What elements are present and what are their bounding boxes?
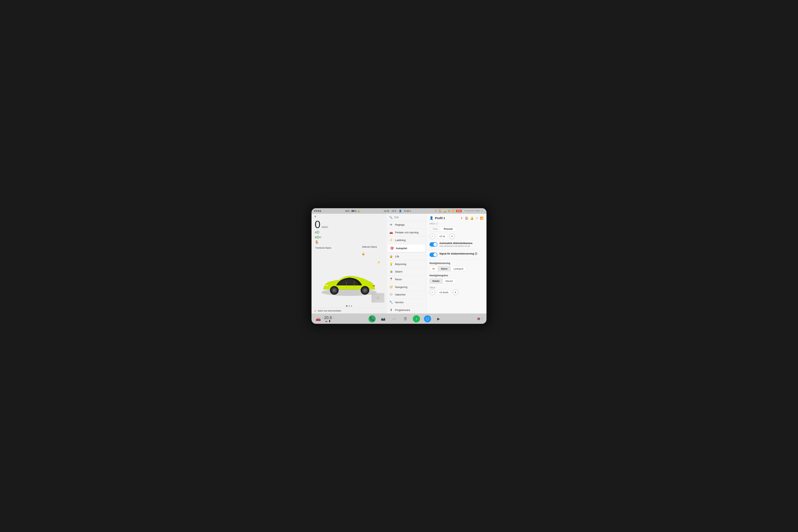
segment-procent-btn[interactable]: Procent: [440, 227, 456, 231]
speed-limit-absolut[interactable]: Absolut: [442, 279, 456, 284]
download-header-icon[interactable]: ⬇: [460, 216, 463, 220]
lock-open-icon: 🔓: [362, 252, 365, 255]
menu-item-resor[interactable]: 📍 Resor: [387, 276, 426, 283]
signal-header-icon[interactable]: 📶: [480, 216, 483, 220]
profile-avatar-icon: 👤: [430, 216, 434, 220]
warning-triangle-icon: ⚠: [314, 309, 317, 312]
search-bar[interactable]: 🔍 Sök: [387, 214, 426, 221]
segment-fast-btn[interactable]: Fast: [430, 227, 440, 231]
menu-item-programvara-label: Programvara: [395, 308, 410, 311]
dot-1[interactable]: [346, 305, 347, 307]
status-right: ⬇ 🏠 🔔 ⬡ 📶 SOS PASSENGER AIRBAG ON: [435, 209, 484, 212]
stepper-value: +0 %: [437, 234, 447, 239]
odometer-display: ‹ 20.5 ›: [322, 316, 334, 320]
menu-item-las[interactable]: 🔒 Lås: [387, 252, 426, 260]
taskbar-left: 🚗 ‹ 20.5 › 🚗 📱: [316, 316, 334, 322]
taskbar-center: 📞 📷 ⋯ ☰ ♪ ⬡ ▶: [368, 315, 442, 322]
status-bar: PRND 66% 🔒 16:36 14°C 👤 Profil 1 ⬇ 🏠 🔔 ⬡: [311, 208, 487, 214]
speed-limit-group: Relativ Absolut: [430, 279, 483, 284]
charge-icon: ⚡: [377, 261, 381, 264]
warning-bar: ⚠ Spänn fast säkerhetsbältet: [311, 308, 387, 314]
battery-icon: [351, 210, 356, 212]
stepper-kmh-minus-btn[interactable]: −: [430, 289, 435, 295]
menu-item-service-label: Service: [395, 301, 403, 304]
offset-section-label: Offset ⓘ: [430, 222, 483, 225]
menu-item-pedaler-label: Pedaler och styrning: [395, 231, 419, 234]
list-taskbar-icon[interactable]: ☰: [402, 315, 409, 322]
media-taskbar-icon[interactable]: ▶: [435, 315, 442, 322]
stepper-kmh-value: +0 km/h: [437, 290, 451, 295]
header-icons: ⬇ 🏠 🔔 ⬡ 📶: [460, 216, 483, 220]
menu-item-sakerhet[interactable]: 🛡 Säkerhet: [387, 291, 426, 299]
menu-item-service[interactable]: 🔧 Service: [387, 299, 426, 306]
dots-taskbar-icon[interactable]: ⋯: [391, 315, 398, 322]
sos-badge[interactable]: SOS: [456, 210, 462, 212]
framlucka-label: Framlucka Öppna: [316, 247, 331, 249]
temperature: 14°C: [392, 210, 396, 212]
speed-warning-av[interactable]: Av: [430, 266, 438, 271]
dot-3[interactable]: [351, 305, 352, 307]
seatbelt-thumbnail: ⚠: [372, 293, 384, 303]
stepper-minus-btn[interactable]: −: [430, 233, 435, 239]
seatbelt-icon: 🪑: [315, 240, 319, 245]
camera-taskbar-icon[interactable]: 📷: [380, 315, 387, 322]
menu-item-reglage-label: Reglage: [395, 223, 404, 226]
bluetooth-taskbar-icon[interactable]: ⬡: [424, 315, 431, 322]
reglage-icon: 👁: [389, 223, 393, 226]
tesla-screen: PRND 66% 🔒 16:36 14°C 👤 Profil 1 ⬇ 🏠 🔔 ⬡: [311, 208, 487, 324]
pedaler-icon: 🚗: [389, 231, 393, 234]
svg-point-6: [364, 289, 366, 292]
airbag-badge: PASSENGER AIRBAG ON: [463, 210, 484, 212]
stepper-kmh-plus-btn[interactable]: +: [453, 289, 458, 295]
menu-item-reglage[interactable]: 👁 Reglage: [387, 221, 426, 229]
autopilot-icon: 🎯: [390, 246, 394, 250]
home-header-icon[interactable]: 🏠: [465, 216, 468, 220]
toggle-dodvinkel: Automatisk dödvinkelkamera Visa sidokame…: [430, 242, 483, 250]
nav-arrow-right[interactable]: ›: [333, 316, 334, 320]
download-icon: ⬇: [435, 209, 437, 212]
menu-item-belysning[interactable]: 💡 Belysning: [387, 260, 426, 268]
prnd-label: PRND: [314, 210, 322, 212]
spotify-taskbar-icon[interactable]: ♪: [413, 315, 420, 322]
taskbar-right: 🔇 ✕: [477, 318, 482, 320]
battery-percent: 66%: [345, 210, 350, 212]
stepper-plus-btn[interactable]: +: [449, 233, 455, 239]
toggle-signal-switch[interactable]: [430, 252, 437, 257]
menu-item-programvara[interactable]: ⬇ Programvara: [387, 306, 426, 314]
speed-limit-relativ[interactable]: Relativ: [430, 279, 442, 284]
menu-item-autopilot[interactable]: 🎯 Autopilot: [387, 244, 425, 252]
volume-icon: 🔇: [477, 318, 480, 320]
phone-taskbar-icon[interactable]: 📞: [368, 315, 376, 322]
menu-item-skarm[interactable]: 🖥 Skärm: [387, 268, 426, 276]
svg-point-3: [333, 289, 336, 292]
dot-2[interactable]: [348, 305, 350, 307]
segment-control-offset: Fast Procent: [430, 226, 456, 231]
speed-warning-skarm[interactable]: Skärm: [438, 266, 451, 271]
navigering-icon: 🧭: [389, 285, 393, 289]
warning-text: Spänn fast säkerhetsbältet: [318, 310, 341, 312]
menu-item-pedaler[interactable]: 🚗 Pedaler och styrning: [387, 229, 426, 236]
menu-item-laddning-label: Laddning: [395, 239, 406, 242]
search-placeholder: Sök: [394, 216, 399, 219]
menu-item-resor-label: Resor: [395, 278, 402, 281]
menu-panel: 🔍 Sök 👁 Reglage 🚗 Pedaler och styrning ⚡…: [387, 214, 426, 314]
speed-warning-ljud[interactable]: Ljudsignal: [451, 266, 466, 271]
toggle-dodvinkel-switch[interactable]: [430, 242, 437, 247]
dots-indicator: [311, 304, 387, 308]
volume-area[interactable]: 🔇 ✕: [477, 318, 482, 320]
menu-item-belysning-label: Belysning: [395, 263, 406, 266]
bell-header-icon[interactable]: 🔔: [470, 216, 474, 220]
bluetooth-header-icon[interactable]: ⬡: [476, 216, 478, 220]
sakerhet-icon: 🛡: [389, 293, 393, 296]
profile-name: Profil 1: [435, 216, 445, 220]
stepper-row-offset: − +0 % +: [430, 233, 483, 239]
speed-unit: KM/H: [322, 226, 328, 229]
menu-item-laddning[interactable]: ⚡ Laddning: [387, 236, 426, 244]
nav-arrow-left[interactable]: ‹: [322, 316, 323, 320]
volume-x-icon: ✕: [481, 318, 482, 320]
menu-item-navigering[interactable]: 🧭 Navigering: [387, 283, 426, 291]
menu-item-sakerhet-label: Säkerhet: [395, 293, 405, 296]
speed-limit-title: Hastighetsgräns: [430, 274, 483, 277]
screen-outer: PRND 66% 🔒 16:36 14°C 👤 Profil 1 ⬇ 🏠 🔔 ⬡: [310, 207, 488, 325]
toggle-signal-info: Signal för doldavinkelnvarning ⓘ: [439, 252, 483, 256]
